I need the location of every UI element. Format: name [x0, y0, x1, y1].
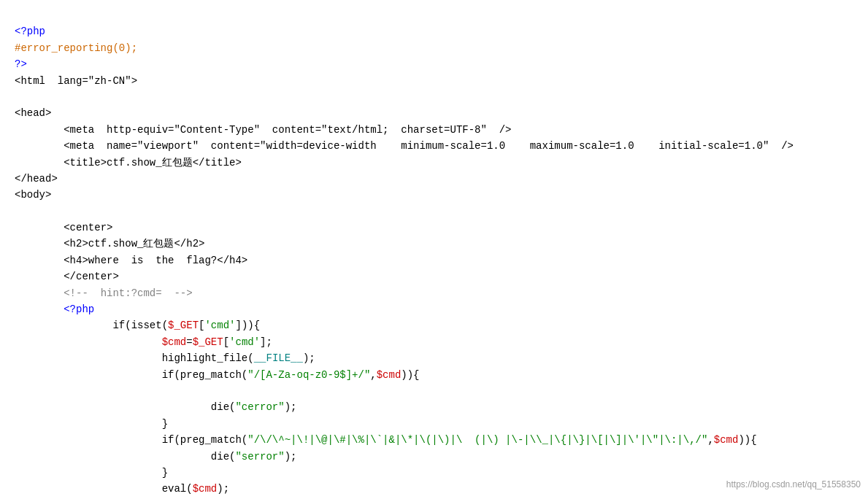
line-15: <h4>where is the flag?</h4>	[15, 255, 247, 266]
line-9: <title>ctf.show_红包题</title>	[15, 157, 242, 169]
line-17: <!-- hint:?cmd= -->	[15, 287, 193, 299]
line-2: #error_reporting(0);	[15, 42, 137, 54]
watermark: https://blog.csdn.net/qq_51558350	[726, 478, 861, 492]
line-27: die("serror");	[15, 451, 296, 463]
line-7: <meta http-equiv="Content-Type" content=…	[15, 124, 512, 136]
line-16: </center>	[15, 271, 119, 282]
line-24: die("cerror");	[15, 401, 296, 413]
line-4: <html lang="zh-CN">	[15, 75, 137, 87]
line-26: if(preg_match("/\/\^~|\!|\@|\#|\%|\`|&|\…	[15, 434, 757, 446]
line-20: $cmd=$_GET['cmd'];	[15, 336, 272, 348]
line-6: <head>	[15, 107, 51, 119]
code-view: <?php #error_reporting(0); ?> <html lang…	[0, 0, 868, 499]
line-18: <?php	[15, 303, 94, 315]
line-11: <body>	[15, 189, 51, 201]
line-29: eval($cmd);	[15, 483, 229, 495]
line-28: }	[15, 467, 168, 479]
line-21: highlight_file(__FILE__);	[15, 352, 315, 364]
line-25: }	[15, 418, 168, 430]
line-14: <h2>ctf.show_红包题</h2>	[15, 238, 204, 250]
line-13: <center>	[15, 222, 112, 233]
line-3: ?>	[15, 58, 27, 70]
line-1: <?php	[15, 26, 45, 37]
line-10: </head>	[15, 173, 58, 185]
line-22: if(preg_match("/[A-Za-oq-z0-9$]+/",$cmd)…	[15, 369, 420, 381]
line-19: if(isset($_GET['cmd'])){	[15, 320, 260, 331]
line-8: <meta name="viewport" content="width=dev…	[15, 140, 794, 152]
